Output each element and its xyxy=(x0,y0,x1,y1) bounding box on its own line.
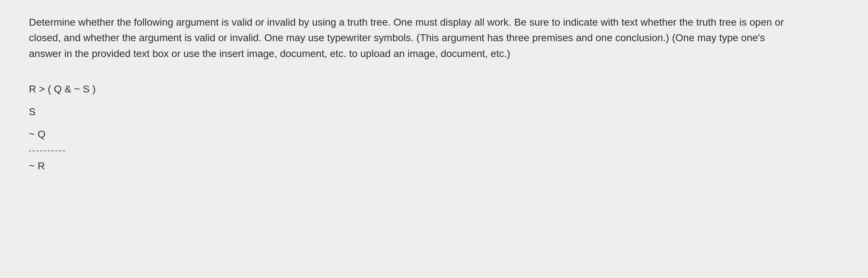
premise-3: ~ Q xyxy=(29,123,846,145)
description-text: Determine whether the following argument… xyxy=(29,14,787,61)
conclusion: ~ R xyxy=(29,155,846,177)
main-container: Determine whether the following argument… xyxy=(0,0,868,278)
argument-divider xyxy=(29,151,65,151)
premise-2: S xyxy=(29,101,846,123)
premise-1: R > ( Q & ~ S ) xyxy=(29,78,846,100)
argument-section: R > ( Q & ~ S ) S ~ Q ~ R xyxy=(29,78,846,178)
